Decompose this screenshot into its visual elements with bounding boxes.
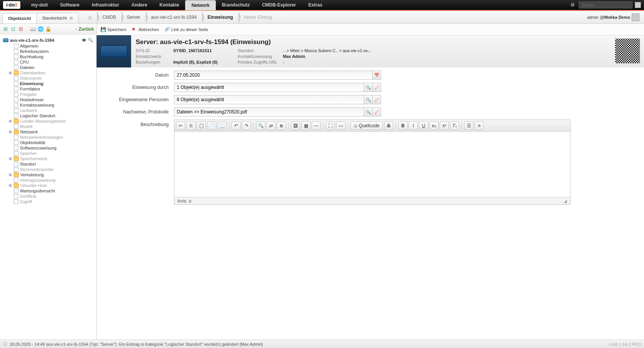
logo[interactable]: i-doit: [3, 1, 20, 9]
tree-item[interactable]: Dateien: [8, 65, 95, 70]
back-button[interactable]: Zurück: [75, 26, 94, 32]
cut-icon[interactable]: ✂: [176, 121, 185, 130]
tree-item[interactable]: Hostadresse: [8, 97, 95, 102]
tree-tool-icon[interactable]: ⊡: [10, 26, 16, 32]
maximize-icon[interactable]: ⛶: [326, 121, 335, 130]
tree-item[interactable]: Standort: [8, 161, 95, 167]
tree-item[interactable]: Stromverbraucher: [8, 167, 95, 172]
topmenu-item[interactable]: Software: [54, 0, 86, 10]
tab-objektsicht[interactable]: Objektsicht: [2, 13, 37, 23]
paste-word-icon[interactable]: 📃: [217, 121, 227, 130]
global-search-input[interactable]: [579, 2, 632, 8]
breadcrumb-item[interactable]: CMDB: [97, 15, 121, 20]
topmenu-item[interactable]: CMDB-Explorer: [256, 0, 302, 10]
book-icon[interactable]: 📖: [30, 26, 36, 32]
bullet-list-icon[interactable]: ☰: [464, 121, 473, 130]
topmenu-item[interactable]: Network: [185, 0, 215, 10]
tree-item[interactable]: ⊞Netzwerk: [8, 129, 95, 135]
find-icon[interactable]: 🔍: [256, 121, 265, 130]
topmenu-item[interactable]: Andere: [125, 0, 153, 10]
source-button[interactable]: ◇ Quellcode: [350, 121, 383, 130]
topmenu-item[interactable]: Brandschutz: [216, 0, 256, 10]
tree-item[interactable]: Zugriff: [8, 199, 95, 204]
tree-item[interactable]: Einweisung: [8, 81, 95, 86]
tree-item[interactable]: Wartungsübersicht: [8, 188, 95, 194]
clear-button[interactable]: [373, 83, 381, 92]
topmenu-item[interactable]: Infrastruktur: [85, 0, 125, 10]
rte-textarea[interactable]: [174, 132, 570, 197]
lock-icon[interactable]: 🔒: [45, 26, 51, 32]
topmenu-item[interactable]: my-doit: [25, 0, 54, 10]
tree-item[interactable]: Softwarezuweisung: [8, 145, 95, 151]
topmenu-item[interactable]: Extras: [302, 0, 329, 10]
browse-button[interactable]: [364, 83, 373, 92]
topmenu-item[interactable]: Kontakte: [153, 0, 185, 10]
tree-item[interactable]: Vertragszuweisung: [8, 177, 95, 183]
tree-item[interactable]: Modell: [8, 124, 95, 129]
date-input[interactable]: [174, 71, 373, 80]
globe-icon[interactable]: 🌐: [38, 26, 44, 32]
tree-item[interactable]: Allgemein: [8, 43, 95, 49]
expand-icon[interactable]: ⊞: [8, 184, 12, 187]
persons-input[interactable]: [174, 95, 364, 104]
cancel-button[interactable]: Abbrechen: [132, 27, 159, 32]
resize-handle-icon[interactable]: [564, 199, 567, 203]
tree-item[interactable]: Zertifikat: [8, 194, 95, 199]
hr-icon[interactable]: ―: [312, 121, 321, 130]
calendar-button[interactable]: [373, 71, 381, 80]
meta-value[interactable]: Implizit (8), Explizit (0): [173, 60, 235, 64]
tree-item[interactable]: Logischer Standort: [8, 113, 95, 118]
tree-item[interactable]: ⊞Verkabelung: [8, 172, 95, 177]
tree-item[interactable]: CPU: [8, 59, 95, 65]
paste-text-icon[interactable]: 📄: [207, 121, 216, 130]
tree-tool-icon[interactable]: ⊞: [2, 26, 8, 32]
user-avatar-icon[interactable]: [635, 2, 641, 8]
avatar-icon[interactable]: [632, 13, 639, 21]
breadcrumb-item[interactable]: Einweisung: [202, 15, 238, 20]
italic-icon[interactable]: I: [409, 121, 418, 130]
breadcrumb-item[interactable]: Server: [122, 15, 146, 20]
tree-item[interactable]: Formfaktor: [8, 86, 95, 92]
tree-item[interactable]: ⊞Speichernetze: [8, 156, 95, 161]
superscript-icon[interactable]: x²: [440, 121, 449, 130]
clear-button[interactable]: [373, 95, 381, 104]
expand-icon[interactable]: ⊞: [8, 157, 12, 161]
popout-icon[interactable]: ⧉: [70, 16, 73, 21]
breadcrumb-item[interactable]: aus-vie-c1-srv-fs-1594: [146, 15, 202, 20]
search-icon[interactable]: [88, 38, 93, 43]
expand-icon[interactable]: ⊞: [8, 71, 12, 75]
expand-icon[interactable]: ⊞: [8, 119, 12, 123]
tree-item[interactable]: Dokumente: [8, 76, 95, 81]
meta-value[interactable]: Max Admin: [283, 54, 639, 59]
expand-icon[interactable]: ⊞: [8, 173, 12, 177]
eye-icon[interactable]: [82, 38, 86, 43]
tree-tool-icon[interactable]: ⊟: [18, 26, 24, 32]
breadcrumb-home[interactable]: [83, 14, 97, 20]
blocks-icon[interactable]: ▭: [336, 121, 345, 130]
meta-value[interactable]: .. > Wien > Mocca Sukero C.. > aus-vie-c…: [283, 48, 639, 53]
image-icon[interactable]: 🖼: [291, 121, 300, 130]
gear-icon[interactable]: [570, 2, 577, 8]
tree-item[interactable]: Speicher: [8, 151, 95, 156]
clear-button[interactable]: [373, 107, 381, 117]
underline-icon[interactable]: U: [419, 121, 428, 130]
undo-icon[interactable]: ↶: [232, 121, 241, 130]
replace-icon[interactable]: ⇄: [266, 121, 276, 130]
expand-icon[interactable]: ⊞: [8, 130, 12, 134]
browse-button[interactable]: [364, 107, 373, 117]
redo-icon[interactable]: ↷: [242, 121, 251, 130]
browse-button[interactable]: [364, 95, 373, 104]
save-button[interactable]: Speichern: [100, 27, 127, 32]
documents-input[interactable]: [174, 107, 364, 117]
clear-format-icon[interactable]: Tₓ: [450, 121, 459, 130]
qr-code[interactable]: [615, 38, 640, 64]
permalink-button[interactable]: Link zu dieser Seite: [164, 27, 208, 32]
table-icon[interactable]: ▦: [301, 121, 310, 130]
paste-icon[interactable]: 📋: [197, 121, 206, 130]
instructor-input[interactable]: [174, 83, 364, 92]
tree-item[interactable]: Objektvitalität: [8, 140, 95, 145]
copy-icon[interactable]: ⎘: [186, 121, 196, 130]
tree-item[interactable]: ⊞Datenbanken: [8, 70, 95, 76]
tree-item[interactable]: ⊞Lokaler Massenspeicher: [8, 118, 95, 124]
remove-format-icon[interactable]: ≣: [277, 121, 286, 130]
